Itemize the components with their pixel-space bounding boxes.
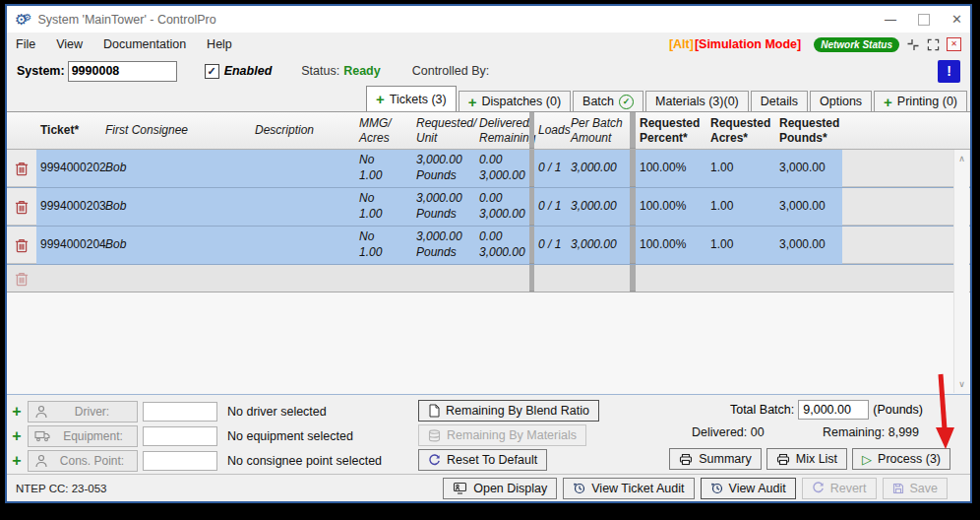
table-row[interactable]: 9994000204 Bob No 1.00 3,000.00 Pounds 0…	[7, 227, 970, 265]
table-header-row: Ticket* First Consignee Description MMG/…	[7, 112, 970, 150]
consignee-point-status: No consignee point selected	[227, 454, 382, 468]
cell-requested-acres: 1.00	[706, 150, 775, 187]
plus-icon: +	[376, 92, 385, 106]
menu-file[interactable]: File	[16, 37, 35, 51]
gear-icon: ⚙⚙	[15, 12, 31, 27]
driver-status: No driver selected	[227, 405, 327, 419]
tab-batch[interactable]: Batch ✓	[573, 91, 643, 111]
cell-first-consignee: Bob	[101, 150, 251, 187]
delete-row-button[interactable]	[7, 188, 36, 226]
tickets-table: Ticket* First Consignee Description MMG/…	[7, 111, 970, 394]
equipment-row: + Equipment: No equipment selected	[11, 424, 382, 447]
cell-requested-percent: 100.00%	[636, 227, 706, 264]
ntep-cc-label: NTEP CC: 23-053	[16, 483, 106, 494]
mix-list-button[interactable]: Mix List	[766, 448, 847, 470]
header-per-batch-amount: Per Batch Amount	[567, 112, 630, 149]
check-circle-icon: ✓	[619, 95, 634, 109]
consignee-point-row: + Cons. Point: No consignee point select…	[11, 449, 382, 472]
simulation-mode-badge: [Simulation Mode]	[695, 37, 801, 51]
history-clock-icon	[573, 482, 585, 494]
status-bar: NTEP CC: 23-053 Open Display View Ticket…	[7, 474, 970, 501]
network-status-badge: Network Status	[814, 37, 899, 52]
reset-to-default-button[interactable]: Reset To Default	[418, 449, 547, 471]
cell-filler	[842, 188, 970, 226]
minimize-icon[interactable]: —	[885, 14, 896, 26]
maximize-icon[interactable]	[918, 14, 930, 26]
delete-row-button[interactable]	[7, 150, 36, 187]
scroll-up-icon[interactable]: ∧	[954, 152, 969, 165]
vertical-scrollbar[interactable]: ∧ ∨	[953, 150, 969, 393]
footer-panel: + Driver: No driver selected + Equipment…	[7, 394, 970, 474]
tab-details[interactable]: Details	[751, 91, 808, 111]
document-icon	[428, 404, 440, 418]
driver-input[interactable]	[143, 402, 217, 422]
controlled-by-label: Controlled By:	[412, 64, 490, 78]
cell-delivered-remaining: 0.00 3,000.00	[475, 150, 529, 187]
open-display-button[interactable]: Open Display	[443, 478, 557, 499]
trash-icon	[15, 161, 29, 176]
driver-button[interactable]: Driver:	[28, 401, 138, 422]
truck-icon	[34, 430, 50, 442]
cell-description	[251, 227, 355, 264]
menu-documentation[interactable]: Documentation	[103, 37, 186, 51]
tab-dispatches[interactable]: + Dispatches (0)	[459, 91, 571, 111]
menu-bar: File View Documentation Help [Alt] [Simu…	[7, 32, 970, 56]
view-ticket-audit-button[interactable]: View Ticket Audit	[563, 478, 694, 499]
system-number-input[interactable]	[68, 61, 177, 82]
alert-button[interactable]: !	[938, 60, 960, 83]
tab-options[interactable]: Options	[810, 91, 872, 111]
cell-delivered-remaining: 0.00 3,000.00	[475, 188, 529, 226]
add-equipment-icon[interactable]: +	[11, 428, 23, 444]
cell-ticket: 9994000202	[36, 150, 101, 187]
total-batch-label: Total Batch:	[730, 403, 794, 417]
system-bar: System: ✓ Enabled Status: Ready Controll…	[7, 56, 970, 86]
consignee-point-input[interactable]	[143, 451, 217, 471]
title-bar: ⚙⚙ System 'MainTower' - ControlPro — ✕	[7, 6, 970, 32]
assignment-group: + Driver: No driver selected + Equipment…	[11, 400, 382, 472]
collapse-panels-icon[interactable]	[906, 38, 920, 51]
remaining-by-blend-ratio-button[interactable]: Remaining By Blend Ratio	[418, 400, 599, 422]
tab-materials[interactable]: Materials (3)(0)	[645, 91, 749, 111]
close-icon[interactable]: ✕	[951, 13, 962, 26]
summary-button[interactable]: Summary	[669, 448, 761, 470]
cell-requested-unit: 3,000.00 Pounds	[412, 150, 475, 187]
equipment-button[interactable]: Equipment:	[28, 425, 138, 447]
tab-printing[interactable]: + Printing (0)	[874, 91, 967, 111]
cell-description	[251, 150, 355, 187]
process-button[interactable]: ▷ Process (3)	[852, 448, 950, 470]
reset-icon	[428, 454, 441, 467]
delete-row-button[interactable]	[7, 227, 36, 264]
fullscreen-icon[interactable]	[927, 38, 940, 51]
table-row[interactable]: 9994000203 Bob No 1.00 3,000.00 Pounds 0…	[7, 188, 970, 227]
total-batch-input[interactable]	[798, 400, 869, 420]
cell-filler	[842, 150, 970, 187]
tab-strip: + Tickets (3) + Dispatches (0) Batch ✓ M…	[7, 86, 970, 111]
equipment-input[interactable]	[143, 426, 217, 446]
tab-tickets[interactable]: + Tickets (3)	[366, 86, 457, 111]
header-requested-percent: Requested Percent*	[636, 112, 706, 149]
revert-button: Revert	[802, 478, 877, 499]
table-row[interactable]: 9994000202 Bob No 1.00 3,000.00 Pounds 0…	[7, 150, 970, 188]
person-icon	[34, 405, 48, 419]
cell-mmg-acres: No 1.00	[355, 150, 412, 187]
system-label: System:	[17, 64, 65, 78]
menu-view[interactable]: View	[56, 37, 83, 51]
scroll-down-icon[interactable]: ∨	[954, 377, 969, 391]
remaining-value: Remaining: 8,999	[823, 425, 919, 439]
menu-help[interactable]: Help	[207, 37, 232, 51]
trash-icon	[15, 237, 29, 253]
cell-per-batch-amount: 3,000.00	[567, 227, 630, 264]
new-ticket-row[interactable]	[7, 265, 970, 292]
cell-mmg-acres: No 1.00	[355, 227, 412, 264]
view-audit-button[interactable]: View Audit	[701, 478, 796, 499]
add-consignee-point-icon[interactable]: +	[11, 453, 23, 469]
add-driver-icon[interactable]: +	[11, 404, 23, 420]
enabled-checkbox[interactable]: ✓	[205, 64, 219, 79]
cell-first-consignee: Bob	[101, 227, 251, 264]
close-panel-icon[interactable]: ✕	[947, 37, 961, 51]
save-button: Save	[883, 478, 949, 499]
cell-loads: 0 / 1	[534, 150, 567, 187]
header-description: Description	[251, 112, 355, 149]
cell-filler	[842, 227, 970, 264]
consignee-point-button[interactable]: Cons. Point:	[28, 450, 138, 472]
